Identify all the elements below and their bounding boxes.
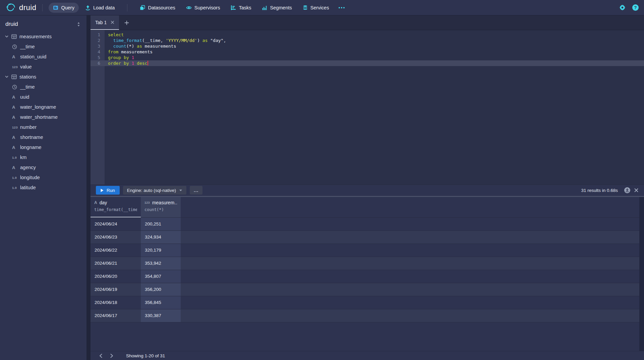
tree-item-label: longname: [20, 145, 42, 150]
cell-measurements[interactable]: 356,845: [141, 296, 181, 309]
sidebar-column-value[interactable]: 123value: [0, 62, 86, 72]
tree-item-label: value: [20, 64, 32, 69]
nav-item-services[interactable]: Services: [298, 3, 334, 13]
code-line-1[interactable]: 1select: [91, 32, 644, 38]
cell-day[interactable]: 2024/06/23: [91, 231, 141, 244]
code-line-3[interactable]: 3 count(*) as measurements: [91, 43, 644, 49]
gear-icon[interactable]: [619, 4, 626, 11]
tree-item-label: measurements: [19, 34, 52, 39]
cell-day[interactable]: 2024/06/17: [91, 309, 141, 322]
engine-label: Engine: auto (sql-native): [127, 188, 176, 193]
string-icon: A: [12, 105, 19, 110]
sidebar-column-uuid[interactable]: Auuid: [0, 92, 86, 102]
caret-down-icon: [179, 189, 182, 192]
sidebar-column-water_longname[interactable]: Awater_longname: [0, 102, 86, 112]
query-workpane: Tab 1 1select2 time_format(__time, 'YYYY…: [91, 15, 644, 360]
cell-measurements[interactable]: 353,942: [141, 257, 181, 270]
chevron-down-icon[interactable]: [5, 75, 9, 79]
download-icon[interactable]: [624, 187, 631, 194]
table-row: 2024/06/23324,934: [91, 231, 644, 244]
column-name: day: [100, 200, 107, 205]
nav-item-segments[interactable]: Segments: [257, 3, 296, 13]
sidebar-column-number[interactable]: 123number: [0, 122, 86, 132]
help-icon[interactable]: ?: [632, 4, 639, 11]
close-results-icon[interactable]: [634, 188, 639, 193]
sidebar-column-__time[interactable]: __time: [0, 42, 86, 52]
cell-measurements[interactable]: 320,179: [141, 244, 181, 257]
cell-measurements[interactable]: 356,200: [141, 283, 181, 296]
line-number: 4: [91, 49, 105, 55]
query-more-button[interactable]: ...: [190, 186, 202, 195]
double-caret-vertical-icon[interactable]: [76, 21, 81, 28]
string-icon: A: [12, 54, 19, 59]
cell-day[interactable]: 2024/06/18: [91, 296, 141, 309]
code-line-6[interactable]: 6order by 1 desc: [91, 60, 644, 66]
sql-code[interactable]: 1select2 time_format(__time, 'YYYY/MM/dd…: [91, 30, 644, 66]
sidebar-column-__time[interactable]: __time: [0, 82, 86, 92]
tab-tab1[interactable]: Tab 1: [91, 15, 119, 30]
sidebar-column-station_uuid[interactable]: Astation_uuid: [0, 52, 86, 62]
cell-measurements[interactable]: 200,251: [141, 218, 181, 230]
cell-measurements[interactable]: 324,934: [141, 231, 181, 244]
pane-divider[interactable]: [86, 15, 91, 360]
engine-select-button[interactable]: Engine: auto (sql-native): [123, 186, 186, 195]
schema-name: druid: [5, 21, 18, 28]
cell-measurements[interactable]: 354,807: [141, 270, 181, 283]
cell-day[interactable]: 2024/06/24: [91, 218, 141, 230]
sql-editor[interactable]: 1select2 time_format(__time, 'YYYY/MM/dd…: [91, 30, 644, 185]
sidebar-column-agency[interactable]: Aagency: [0, 162, 86, 172]
tree-item-label: longitude: [20, 175, 40, 180]
nav-item-datasources[interactable]: Datasources: [135, 3, 179, 13]
nav-item-tasks[interactable]: Tasks: [226, 3, 255, 13]
sidebar-column-km[interactable]: 1.0km: [0, 152, 86, 162]
nav-item-load-data[interactable]: Load data: [81, 3, 119, 13]
column-header-day[interactable]: Adaytime_format(__time, …: [91, 197, 141, 217]
supervisors-icon: [186, 5, 192, 10]
tree-item-label: shortname: [20, 135, 43, 140]
column-name: measurem…: [152, 200, 177, 205]
float-icon: 1.0: [12, 186, 19, 190]
time-icon: [12, 44, 19, 49]
tree-item-label: stations: [19, 74, 36, 80]
string-icon: A: [94, 200, 97, 205]
cell-day[interactable]: 2024/06/22: [91, 244, 141, 257]
sidebar-column-shortname[interactable]: Ashortname: [0, 132, 86, 142]
nav-item-query[interactable]: Query: [49, 3, 79, 13]
table-row: 2024/06/17330,387: [91, 309, 644, 322]
cell-day[interactable]: 2024/06/20: [91, 270, 141, 283]
sidebar-column-longname[interactable]: Alongname: [0, 142, 86, 152]
column-header-measurements[interactable]: 123measurem…count(*): [141, 197, 181, 217]
cell-day[interactable]: 2024/06/19: [91, 283, 141, 296]
new-tab-plus-icon[interactable]: [119, 15, 134, 30]
query-icon: [53, 5, 58, 10]
column-expression: count(*): [144, 207, 177, 212]
next-page-icon[interactable]: [106, 354, 117, 358]
tab-close-icon[interactable]: [111, 20, 114, 24]
druid-logo[interactable]: druid: [5, 3, 36, 12]
line-number: 2: [91, 38, 105, 43]
table-icon: [11, 74, 19, 79]
nav-label-segments: Segments: [270, 5, 292, 10]
code-line-4[interactable]: 4from measurements: [91, 49, 644, 55]
sidebar-table-stations[interactable]: stations: [0, 72, 86, 82]
run-button[interactable]: Run: [96, 186, 120, 195]
code-text: from measurements: [105, 49, 153, 55]
tasks-icon: [231, 5, 236, 10]
cell-day[interactable]: 2024/06/21: [91, 257, 141, 270]
chevron-down-icon[interactable]: [5, 35, 9, 39]
results-scrollbar[interactable]: [639, 197, 644, 351]
code-line-5[interactable]: 5group by 1: [91, 55, 644, 60]
cell-measurements[interactable]: 330,387: [141, 309, 181, 322]
nav-label-query: Query: [61, 5, 74, 10]
code-line-2[interactable]: 2 time_format(__time, 'YYYY/MM/dd') as "…: [91, 38, 644, 43]
sidebar-column-longitude[interactable]: 1.0longitude: [0, 172, 86, 183]
prev-page-icon[interactable]: [95, 354, 106, 358]
nav-item-supervisors[interactable]: Supervisors: [182, 3, 225, 13]
string-icon: A: [12, 145, 19, 150]
tree-item-label: station_uuid: [20, 54, 46, 59]
tab-label: Tab 1: [95, 20, 107, 25]
sidebar-column-latitude[interactable]: 1.0latitude: [0, 183, 86, 193]
sidebar-column-water_shortname[interactable]: Awater_shortname: [0, 112, 86, 122]
more-icon[interactable]: [335, 5, 348, 11]
sidebar-table-measurements[interactable]: measurements: [0, 32, 86, 42]
